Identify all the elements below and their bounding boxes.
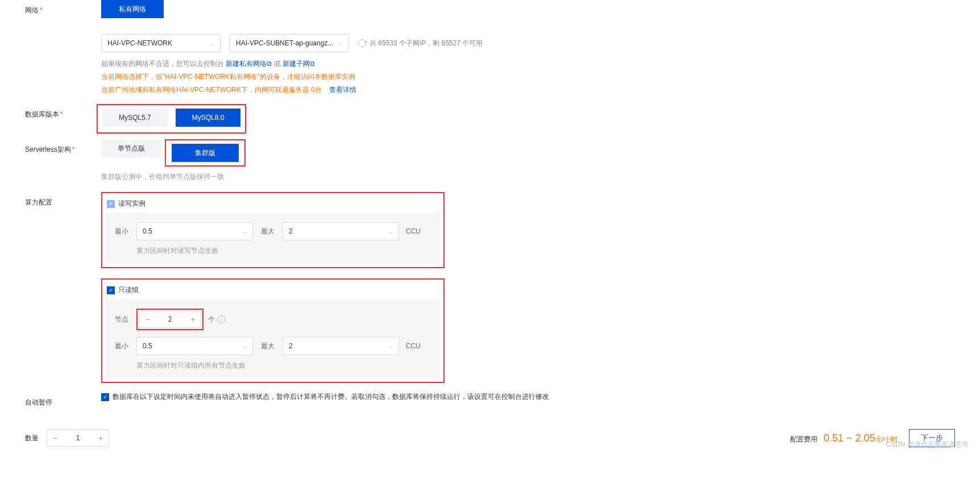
link-view-detail[interactable]: 查看详情 [329,86,356,94]
node-stepper[interactable]: − 2 + [139,311,201,328]
link-new-vpc[interactable]: 新建私有网络⧉ [226,60,272,68]
auto-pause-text: 数据库在以下设定时间内未使用将自动进入暂停状态，暂停后计算将不再计费。若取消勾选… [113,392,549,402]
node-decrement[interactable]: − [139,311,155,327]
node-unit: 个 [208,315,215,324]
chevron-down-icon: ⌵ [243,227,247,235]
price-unit: 元/小时 [875,435,898,443]
external-link-icon: ⧉ [267,60,272,68]
ro-max-label: 最大 [261,341,283,351]
network-warn-1: 当前网络选择下，仅"HAI-VPC-NETWORK私有网络"的设备，才能访问本数… [101,72,955,82]
subnet-ip-info: 共 65533 个子网IP，剩 65527 个可用 [369,39,483,48]
min-label: 最小 [115,227,136,236]
ro-max-select[interactable]: 2 ⌵ [283,337,399,355]
network-helper: 如果现有的网络不合适，您可以去控制台 新建私有网络⧉ 或 新建子网⧉ [101,59,955,69]
label-db-version: 数据库版本* [25,104,101,119]
chevron-down-icon: ⌵ [389,342,393,350]
label-compute: 算力配置 [25,192,101,207]
node-value: 2 [155,311,185,327]
db-version-mysql57[interactable]: MySQL5.7 [102,109,168,127]
node-label: 节点 [115,315,136,324]
chevron-down-icon: ⌵ [210,39,214,47]
label-serverless: Serverless架构* [25,139,101,155]
qty-increment[interactable]: + [93,430,109,446]
checkbox-ro-group[interactable] [107,286,115,294]
network-warn-2: 当前广州地域和私有网络HAI-VPC-NETWORK下，内网可联通服务器 0台 … [101,85,955,95]
refresh-icon[interactable] [358,39,366,47]
qty-decrement[interactable]: − [47,430,63,446]
max-label: 最大 [261,227,283,236]
serverless-cluster[interactable]: 集群版 [172,144,239,162]
serverless-single[interactable]: 单节点版 [101,139,161,157]
cost-label: 配置费用 [790,435,817,443]
link-new-subnet[interactable]: 新建子网⧉ [283,60,315,68]
checkbox-auto-pause[interactable] [101,393,109,401]
chevron-down-icon: ⌵ [243,342,247,350]
vpc-select-value: HAI-VPC-NETWORK [107,39,172,47]
ccu-unit: CCU [406,342,421,350]
chevron-down-icon: ⌵ [389,227,393,235]
external-link-icon: ⧉ [310,60,315,68]
ro-min-select[interactable]: 0.5 ⌵ [136,337,253,355]
subnet-select-value: HAI-VPC-SUBNET-ap-guangz... [236,39,333,47]
ro-tip: 算力区间针对只读组内所有节点生效 [136,361,431,370]
next-button[interactable]: 下一步 [909,429,955,447]
rw-max-select[interactable]: 2 ⌵ [283,222,399,240]
ccu-unit: CCU [406,227,421,235]
label-auto-pause: 自动暂停 [25,392,101,407]
qty-label: 数量 [25,434,39,443]
info-icon[interactable]: i [217,315,225,323]
subnet-select[interactable]: HAI-VPC-SUBNET-ap-guangz... ⌵ [230,34,349,52]
qty-stepper[interactable]: − 1 + [47,430,109,447]
db-version-mysql80[interactable]: MySQL8.0 [176,109,241,127]
rw-instance-title: 读写实例 [118,199,146,209]
ro-group-title: 只读组 [118,285,139,295]
rw-tip: 算力区间针对读写节点生效 [136,246,431,256]
rw-min-select[interactable]: 0.5 ⌵ [136,222,253,240]
checkbox-rw-instance[interactable] [107,200,115,208]
tab-private-network[interactable]: 私有网络 [101,0,164,18]
label-network: 网络* [25,0,101,15]
vpc-select[interactable]: HAI-VPC-NETWORK ⌵ [101,34,221,52]
chevron-down-icon: ⌵ [339,39,343,47]
ro-min-label: 最小 [115,341,136,351]
qty-value: 1 [63,430,93,446]
cost-block: 配置费用 0.51 ~ 2.05元/小时 [790,432,898,444]
serverless-tip: 集群版公测中，价格同单节点版保持一致 [101,172,955,182]
node-increment[interactable]: + [185,311,201,327]
price-value: 0.51 ~ 2.05 [824,432,875,444]
